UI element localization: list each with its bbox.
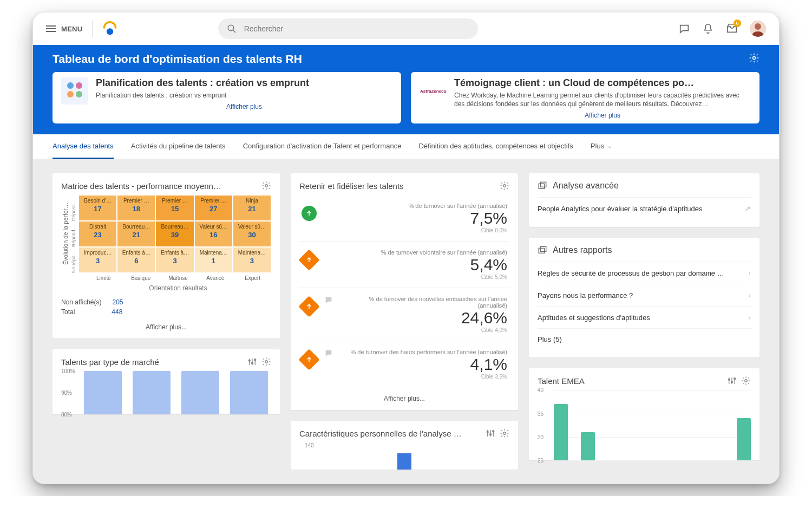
matrix-cell[interactable]: Distrait23	[78, 221, 117, 247]
hero-card-more[interactable]: Afficher plus	[96, 103, 392, 110]
chevron-right-icon: ›	[748, 269, 751, 277]
matrix-x-ticks: Limité Basique Maîtrise Avancé Expert	[85, 275, 271, 281]
hero-card-more[interactable]: Afficher plus	[454, 112, 751, 119]
status-warn-icon	[298, 349, 320, 371]
retain-card: Retenir et fidéliser les talents % de tu…	[291, 173, 518, 410]
svg-rect-23	[540, 247, 546, 252]
matrix-card: Matrice des talents - performance moyenn…	[53, 173, 280, 338]
bar	[737, 418, 751, 460]
matrix-cell[interactable]: Valeur sû…16	[194, 221, 233, 247]
kpi-row[interactable]: % de turnover des hauts performers sur l…	[299, 341, 509, 387]
tab-pipeline[interactable]: Activités du pipeline de talents	[131, 134, 226, 159]
show-more-link[interactable]: Afficher plus...	[61, 323, 271, 331]
matrix-cell[interactable]: Enfants à…3	[155, 247, 194, 273]
card-title: Caractéristiques personnelles de l'analy…	[299, 429, 462, 438]
tab-definition[interactable]: Définition des aptitudes, compétences et…	[418, 134, 573, 159]
bar	[581, 432, 595, 460]
total-label: Total	[61, 308, 75, 316]
total-value: 448	[112, 308, 122, 316]
matrix-cell[interactable]: Maintena…1	[194, 247, 233, 273]
svg-point-5	[753, 57, 756, 60]
sliders-icon[interactable]	[486, 428, 495, 438]
show-more-link[interactable]: Afficher plus...	[299, 395, 509, 402]
workday-logo[interactable]	[102, 21, 117, 36]
svg-point-4	[755, 23, 761, 30]
bell-icon[interactable]	[702, 23, 714, 35]
not-shown-label: Non affiché(s)	[61, 298, 101, 306]
svg-point-11	[248, 360, 250, 362]
link-item[interactable]: Règles de sécurité de processus de gesti…	[538, 262, 751, 284]
svg-point-7	[76, 82, 82, 89]
matrix-grid: Besoin d'…17Premier …18Premier …15Premie…	[78, 195, 271, 273]
matrix-cell[interactable]: Besoin d'…17	[78, 195, 117, 221]
tab-analyse[interactable]: Analyse des talents	[53, 134, 114, 159]
hero-card-thumb	[61, 77, 88, 105]
search-input[interactable]	[218, 18, 478, 39]
page-title: Tableau de bord d'optimisation des talen…	[53, 53, 302, 66]
comment-icon	[324, 296, 333, 307]
matrix-cell[interactable]: Bourreau…21	[117, 221, 155, 247]
tab-more[interactable]: Plus ⌄	[591, 134, 612, 159]
hero-card[interactable]: AstraZeneca Témoignage client : un Cloud…	[411, 72, 759, 123]
gear-icon[interactable]	[500, 428, 509, 438]
gear-icon[interactable]	[749, 53, 759, 66]
matrix-cell[interactable]: Maintena…3	[233, 247, 271, 273]
search-icon	[227, 24, 237, 34]
kpi-row[interactable]: % de turnover des nouvelles embauches su…	[299, 288, 509, 341]
gear-icon[interactable]	[500, 181, 509, 191]
link-item[interactable]: Plus (5)	[538, 328, 751, 350]
advanced-card: Analyse avancée People Analytics pour év…	[529, 173, 759, 227]
traits-chart	[299, 442, 509, 470]
market-chart: 100% 90% 80%	[61, 371, 271, 414]
matrix-cell[interactable]: Premier …27	[194, 195, 233, 221]
sliders-icon[interactable]	[727, 376, 737, 386]
matrix-cell[interactable]: Premier …18	[117, 195, 155, 221]
kpi-row[interactable]: % de turnover sur l'année (annualisé)7,5…	[299, 195, 509, 241]
emea-chart: 40353025	[538, 390, 751, 460]
comment-icon	[324, 349, 333, 360]
card-title: Retenir et fidéliser les talents	[299, 181, 404, 191]
stack-icon	[538, 181, 547, 191]
svg-point-6	[67, 82, 74, 89]
hero-card-thumb: AstraZeneca	[420, 77, 447, 105]
gear-icon[interactable]	[741, 376, 751, 386]
link-item[interactable]: Aptitudes et suggestions d'aptitudes›	[538, 306, 751, 328]
matrix-cell[interactable]: Ninja21	[233, 195, 271, 221]
chevron-down-icon: ⌄	[607, 142, 612, 149]
menu-label: MENU	[61, 25, 82, 33]
emea-card: Talent EMEA 40353025	[529, 368, 759, 460]
gear-icon[interactable]	[261, 181, 271, 191]
card-title: Talent EMEA	[538, 376, 585, 386]
link-item[interactable]: Payons nous la performance ?›	[538, 284, 751, 306]
hamburger-icon	[46, 24, 56, 34]
svg-point-0	[107, 28, 113, 35]
matrix-cell[interactable]: Premier …15	[155, 195, 194, 221]
svg-point-25	[731, 381, 733, 383]
search-field[interactable]	[243, 24, 469, 34]
bar	[554, 404, 568, 460]
card-title: Matrice des talents - performance moyenn…	[61, 181, 221, 191]
kpi-row[interactable]: % de turnover volontaire sur l'année (an…	[299, 241, 509, 288]
avatar[interactable]	[750, 21, 766, 37]
card-title: Talents par type de marché	[61, 357, 159, 367]
matrix-cell[interactable]: Enfants à…6	[117, 247, 155, 273]
sliders-icon[interactable]	[247, 357, 257, 367]
svg-rect-20	[539, 184, 545, 189]
status-warn-icon	[298, 250, 320, 271]
chat-icon[interactable]	[678, 23, 690, 35]
gear-icon[interactable]	[261, 357, 271, 367]
svg-point-8	[67, 91, 74, 97]
hero-card[interactable]: Planification des talents : création vs …	[53, 72, 401, 123]
inbox-icon[interactable]: 6	[726, 23, 738, 35]
svg-point-27	[745, 380, 748, 382]
tab-config[interactable]: Configuration d'activation de Talent et …	[243, 134, 402, 159]
matrix-cell[interactable]: Bourreau…39	[155, 221, 194, 247]
link-item[interactable]: People Analytics pour évaluer la stratég…	[538, 197, 751, 219]
matrix-cell[interactable]: Improduc…3	[78, 247, 117, 273]
svg-point-24	[728, 379, 730, 381]
svg-point-17	[490, 434, 492, 435]
chevron-right-icon: ›	[748, 291, 751, 299]
matrix-cell[interactable]: Valeur sû…30	[233, 221, 271, 247]
hero-card-subtitle: Chez Workday, le Machine Learning permet…	[454, 91, 751, 108]
menu-button[interactable]: MENU	[46, 24, 82, 34]
